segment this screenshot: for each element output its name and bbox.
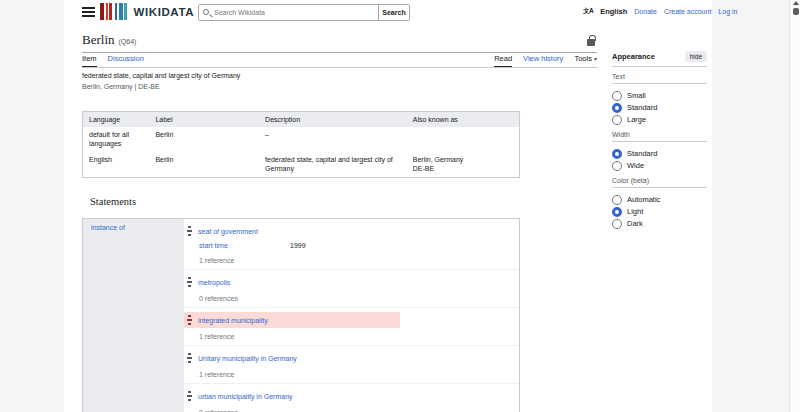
search-button[interactable]: Search	[379, 4, 410, 21]
table-row: English Berlin federated state, capital …	[83, 152, 520, 178]
claim-value-link[interactable]: metropolis	[198, 279, 230, 286]
radio-width-standard[interactable]: Standard	[612, 148, 707, 159]
cell-label: Berlin	[149, 127, 259, 152]
references-toggle[interactable]: 1 reference	[199, 371, 519, 378]
entity-id: (Q64)	[119, 38, 137, 45]
radio-color-automatic[interactable]: Automatic	[612, 194, 707, 205]
statement-group: instance of seat of government start tim…	[82, 218, 520, 412]
page-title: Berlin	[82, 32, 115, 47]
radio-color-dark[interactable]: Dark	[612, 218, 707, 229]
terms-table-header-row: Language Label Description Also known as	[83, 112, 520, 128]
rank-selector-icon[interactable]	[187, 315, 192, 325]
col-label: Label	[149, 112, 259, 128]
title-bar: Berlin(Q64)	[82, 32, 597, 53]
radio-width-wide[interactable]: Wide	[612, 160, 707, 171]
radio-icon-selected[interactable]	[612, 149, 622, 159]
chevron-down-icon: ▾	[594, 56, 597, 62]
property-column: instance of	[83, 219, 184, 412]
radio-icon[interactable]	[612, 91, 622, 101]
wikidata-logo-bars-icon	[100, 3, 129, 20]
radio-text-large[interactable]: Large	[612, 114, 707, 125]
radio-color-light[interactable]: Light	[612, 206, 707, 217]
user-links: 文A English Donate Create account Log in	[583, 7, 737, 16]
wikidata-wordmark: WIKIDATA	[134, 6, 195, 18]
rank-selector-icon[interactable]	[187, 277, 192, 287]
qualifier-property-link[interactable]: start time	[199, 242, 290, 249]
entity-aliases: Berlin, Germany | DE-BE	[82, 83, 160, 90]
tab-view-history[interactable]: View history	[523, 54, 563, 67]
entity-description: federated state, capital and largest cit…	[82, 72, 240, 79]
donate-link[interactable]: Donate	[634, 8, 657, 15]
language-selector[interactable]: English	[600, 7, 627, 16]
cell-language: English	[83, 152, 150, 178]
search-bar: Search	[198, 4, 410, 21]
table-row: default for all languages Berlin –	[83, 127, 520, 152]
appearance-panel: Appearance hide Text Small Standard Larg…	[612, 51, 707, 230]
col-language: Language	[83, 112, 150, 128]
appearance-title: Appearance	[612, 52, 655, 61]
cell-description: –	[259, 127, 407, 152]
statement-claim: Unitary municipality in Germany 1 refere…	[184, 346, 519, 384]
statement-claim-deprecated: integrated municipality 1 reference	[184, 308, 519, 346]
col-also-known-as: Also known as	[407, 112, 520, 128]
terms-table: Language Label Description Also known as…	[82, 111, 520, 178]
appearance-section-color: Color (beta) Automatic Light Dark	[612, 177, 707, 229]
tab-read[interactable]: Read	[494, 54, 512, 67]
create-account-link[interactable]: Create account	[664, 8, 711, 15]
cell-aliases: Berlin, Germany DE-BE	[407, 152, 520, 178]
qualifier-value: 1999	[290, 242, 306, 249]
cell-language: default for all languages	[83, 127, 150, 152]
rank-selector-icon[interactable]	[187, 353, 192, 363]
scrollbar-thumb[interactable]	[793, 8, 799, 15]
hide-appearance-button[interactable]: hide	[685, 51, 707, 62]
protection-lock-icon[interactable]	[587, 39, 595, 46]
statement-claim: metropolis 0 references	[184, 270, 519, 308]
radio-icon-selected[interactable]	[612, 103, 622, 113]
wikidata-logo[interactable]: WIKIDATA	[100, 3, 194, 20]
search-input[interactable]	[214, 5, 374, 20]
tab-item[interactable]: Item	[82, 54, 97, 67]
radio-text-small[interactable]: Small	[612, 90, 707, 101]
col-description: Description	[259, 112, 407, 128]
cell-label: Berlin	[149, 152, 259, 178]
tab-discussion[interactable]: Discussion	[108, 54, 144, 67]
claim-value-link[interactable]: integrated municipality	[198, 317, 268, 324]
radio-icon[interactable]	[612, 195, 622, 205]
language-icon: 文A	[583, 7, 593, 16]
statements-heading: Statements	[90, 196, 136, 207]
radio-icon[interactable]	[612, 115, 622, 125]
rank-selector-icon[interactable]	[187, 226, 192, 236]
statement-claim: seat of government start time 1999 1 ref…	[184, 219, 519, 270]
search-icon	[203, 9, 209, 15]
qualifier-row: start time 1999	[199, 240, 519, 250]
rank-selector-icon[interactable]	[187, 391, 192, 401]
tab-bar: Item Discussion Read View history Tools …	[82, 54, 597, 68]
references-toggle[interactable]: 1 reference	[199, 333, 519, 340]
radio-icon[interactable]	[612, 219, 622, 229]
claim-value-link[interactable]: Unitary municipality in Germany	[198, 355, 297, 362]
log-in-link[interactable]: Log in	[718, 8, 737, 15]
cell-aliases	[407, 127, 520, 152]
claims-column: seat of government start time 1999 1 ref…	[184, 219, 519, 412]
main-menu-icon[interactable]	[82, 6, 95, 17]
radio-text-standard[interactable]: Standard	[612, 102, 707, 113]
references-toggle[interactable]: 0 references	[199, 295, 519, 302]
cell-description: federated state, capital and largest cit…	[259, 152, 407, 178]
radio-icon-selected[interactable]	[612, 207, 622, 217]
property-link[interactable]: instance of	[91, 224, 125, 231]
statement-claim: urban municipality in Germany 0 referenc…	[184, 384, 519, 412]
scroll-up-arrow-icon[interactable]	[793, 1, 799, 5]
radio-icon[interactable]	[612, 161, 622, 171]
search-box[interactable]	[198, 4, 379, 21]
claim-value-link[interactable]: urban municipality in Germany	[198, 393, 293, 400]
appearance-section-width: Width Standard Wide	[612, 131, 707, 171]
tab-tools[interactable]: Tools ▾	[574, 54, 597, 67]
claim-value-link[interactable]: seat of government	[198, 228, 258, 235]
appearance-section-text: Text Small Standard Large	[612, 73, 707, 125]
references-toggle[interactable]: 1 reference	[199, 257, 519, 264]
scrollbar-track[interactable]	[789, 0, 800, 412]
